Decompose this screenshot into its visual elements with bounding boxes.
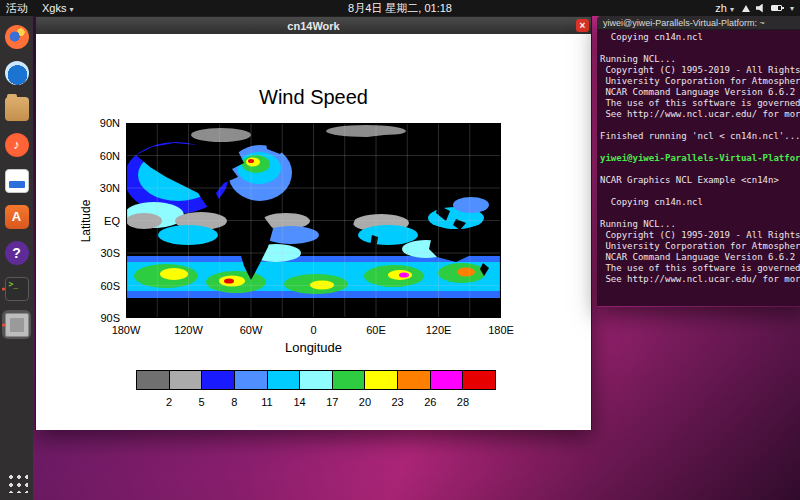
colorbar-label: 2 (156, 396, 182, 408)
app-icon (5, 277, 29, 301)
terminal-line: University Corporation for Atmospheric R (600, 241, 800, 252)
x-tick-label: 60E (356, 324, 396, 336)
app-icon (5, 25, 29, 49)
app-icon (5, 97, 29, 121)
terminal-line: See http://www.ncl.ucar.edu/ for more de (600, 109, 800, 120)
colorbar-cell (398, 371, 430, 389)
colorbar-cell (333, 371, 365, 389)
colorbar-label: 11 (254, 396, 280, 408)
top-bar: 活动 Xgks 8月4日 星期二, 01:18 zh ▾ (0, 0, 800, 16)
terminal-line: Copying cn14n.ncl (600, 197, 800, 208)
terminal-line: Running NCL... (600, 219, 800, 230)
close-button[interactable]: × (576, 19, 589, 32)
terminal-line: Copyright (C) 1995-2019 - All Rights Res (600, 65, 800, 76)
dock-item-terminal[interactable] (2, 274, 31, 303)
terminal-line (600, 208, 800, 219)
colorbar-labels: 25811141720232628 (156, 396, 476, 408)
close-icon: × (580, 21, 586, 31)
dock-item-libreoffice-writer[interactable] (2, 166, 31, 195)
terminal-line: yiwei@yiwei-Parallels-Virtual-Platform:~… (600, 153, 800, 164)
colorbar-cell (202, 371, 234, 389)
plot-canvas: Wind Speed Latitude 90N60N30NEQ30S60S90S (36, 34, 591, 430)
colorbar-cell (268, 371, 300, 389)
colorbar-label: 8 (221, 396, 247, 408)
clock[interactable]: 8月4日 星期二, 01:18 (0, 1, 800, 16)
terminal-line: Finished running 'ncl < cn14n.ncl'... (600, 131, 800, 142)
dock-item-help[interactable] (2, 238, 31, 267)
y-tick-label: 30N (76, 181, 120, 195)
colorbar-label: 5 (189, 396, 215, 408)
system-status-area[interactable] (742, 4, 782, 13)
terminal-line: NCAR Graphics NCL Example <cn14n> (600, 175, 800, 186)
x-tick-label: 120E (419, 324, 459, 336)
chevron-down-icon: ▾ (790, 4, 794, 13)
colorbar-cell (431, 371, 463, 389)
chart-title: Wind Speed (36, 86, 591, 109)
dock-item-xgks-window[interactable] (2, 310, 31, 339)
colorbar-label: 26 (417, 396, 443, 408)
colorbar-label: 14 (287, 396, 313, 408)
x-tick-label: 180W (106, 324, 146, 336)
x-tick-label: 0 (294, 324, 334, 336)
colorbar-cell (300, 371, 332, 389)
terminal-line: The use of this software is governed by (600, 98, 800, 109)
activities-button[interactable]: 活动 (6, 1, 28, 16)
app-icon (5, 169, 29, 193)
dock-item-rhythmbox[interactable] (2, 130, 31, 159)
battery-icon (771, 5, 782, 11)
y-tick-label: 30S (76, 246, 120, 260)
app-icon (5, 313, 29, 337)
terminal-line (600, 164, 800, 175)
terminal-line: NCAR Command Language Version 6.6.2 (600, 87, 800, 98)
app-menu-button[interactable]: Xgks (42, 2, 73, 14)
terminal-line (600, 43, 800, 54)
terminal-title: yiwei@yiwei-Parallels-Virtual-Platform: … (603, 18, 765, 28)
terminal-titlebar[interactable]: yiwei@yiwei-Parallels-Virtual-Platform: … (597, 16, 800, 30)
colorbar (136, 370, 496, 390)
dock-item-firefox[interactable] (2, 22, 31, 51)
terminal-line (600, 120, 800, 131)
dock-item-show-applications[interactable] (2, 467, 31, 496)
terminal-line: Running NCL... (600, 54, 800, 65)
terminal-line (600, 142, 800, 153)
terminal-line: The use of this software is governed by (600, 263, 800, 274)
x-tick-label: 60W (231, 324, 271, 336)
terminal-body[interactable]: Copying cn14n.nclRunning NCL... Copyrigh… (597, 30, 800, 306)
colorbar-label: 20 (352, 396, 378, 408)
x-tick-labels: 180W120W60W060E120E180E (106, 324, 521, 336)
colorbar-cell (137, 371, 169, 389)
terminal-window: yiwei@yiwei-Parallels-Virtual-Platform: … (597, 16, 800, 307)
colorbar-label: 28 (450, 396, 476, 408)
colorbar-label: 23 (385, 396, 411, 408)
dock (0, 16, 33, 500)
plot-window-titlebar[interactable]: cn14Work × (36, 17, 591, 34)
dock-item-thunderbird[interactable] (2, 58, 31, 87)
colorbar-label: 17 (319, 396, 345, 408)
app-icon (5, 241, 29, 265)
app-icon (6, 471, 28, 493)
input-method-indicator[interactable]: zh (715, 2, 734, 14)
y-tick-labels: 90N60N30NEQ30S60S90S (76, 116, 120, 325)
dock-item-ubuntu-software[interactable] (2, 202, 31, 231)
terminal-line: See http://www.ncl.ucar.edu/ for more de (600, 274, 800, 285)
volume-icon (756, 4, 765, 13)
y-tick-label: EQ (76, 214, 120, 228)
y-tick-label: 90S (76, 311, 120, 325)
wind-speed-map (126, 123, 501, 318)
app-icon (5, 133, 29, 157)
app-icon (5, 205, 29, 229)
colorbar-cell (463, 371, 495, 389)
terminal-line: Copyright (C) 1995-2019 - All Rights Res (600, 230, 800, 241)
desktop: 活动 Xgks 8月4日 星期二, 01:18 zh ▾ (0, 0, 800, 500)
y-tick-label: 60S (76, 279, 120, 293)
x-axis-label: Longitude (126, 340, 501, 355)
terminal-line: University Corporation for Atmospheric R (600, 76, 800, 87)
plot-window-title: cn14Work (287, 20, 339, 32)
colorbar-cell (365, 371, 397, 389)
world-map-svg (126, 123, 501, 318)
terminal-line (600, 186, 800, 197)
app-icon (5, 61, 29, 85)
y-tick-label: 60N (76, 149, 120, 163)
y-tick-label: 90N (76, 116, 120, 130)
dock-item-files[interactable] (2, 94, 31, 123)
